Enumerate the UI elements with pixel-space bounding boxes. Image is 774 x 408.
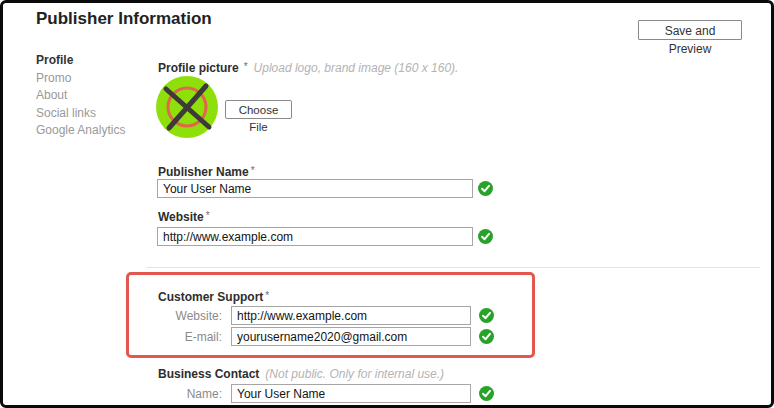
required-asterisk: * xyxy=(265,290,269,301)
profile-picture-label: Profile picture xyxy=(158,61,239,75)
website-label-row: Website* xyxy=(158,207,210,225)
support-website-label: Website: xyxy=(158,309,222,323)
valid-check-icon xyxy=(478,181,493,196)
required-asterisk: * xyxy=(244,61,248,72)
section-divider xyxy=(146,267,760,268)
no-image-crossed-out-icon xyxy=(156,76,218,138)
profile-picture-hint: Upload logo, brand image (160 x 160). xyxy=(254,61,459,75)
business-contact-hint: (Not public. Only for internal use.) xyxy=(265,367,444,381)
valid-check-icon xyxy=(479,308,494,323)
support-website-input[interactable] xyxy=(231,306,471,325)
valid-check-icon xyxy=(478,229,493,244)
website-label: Website xyxy=(158,210,204,224)
required-asterisk: * xyxy=(251,165,255,176)
valid-check-icon xyxy=(479,386,494,401)
publisher-name-label: Publisher Name xyxy=(158,165,249,179)
customer-support-title-row: Customer Support* xyxy=(158,287,269,305)
page-title: Publisher Information xyxy=(36,9,212,29)
valid-check-icon xyxy=(479,329,494,344)
save-and-preview-button[interactable]: Save and Preview xyxy=(638,20,742,40)
business-name-input[interactable] xyxy=(231,384,471,403)
sidebar-item-about[interactable]: About xyxy=(36,87,125,105)
business-contact-title-row: Business Contact(Not public. Only for in… xyxy=(158,364,444,382)
sidebar-item-social-links[interactable]: Social links xyxy=(36,105,125,123)
sidebar-item-google-analytics[interactable]: Google Analytics xyxy=(36,122,125,140)
publisher-name-label-row: Publisher Name* xyxy=(158,162,255,180)
required-asterisk: * xyxy=(206,210,210,221)
choose-file-button[interactable]: Choose File xyxy=(225,100,292,119)
business-name-label: Name: xyxy=(158,387,222,401)
support-email-input[interactable] xyxy=(231,327,471,346)
sidebar-nav: Profile Promo About Social links Google … xyxy=(36,52,125,140)
customer-support-title: Customer Support xyxy=(158,290,263,304)
publisher-information-page: Publisher Information Save and Preview P… xyxy=(0,0,774,408)
profile-picture-label-row: Profile picture*Upload logo, brand image… xyxy=(158,58,458,76)
website-input[interactable] xyxy=(157,227,473,246)
publisher-name-input[interactable] xyxy=(157,179,473,198)
sidebar-item-profile[interactable]: Profile xyxy=(36,52,125,70)
business-contact-title: Business Contact xyxy=(158,367,259,381)
support-email-label: E-mail: xyxy=(158,330,222,344)
sidebar-item-promo[interactable]: Promo xyxy=(36,70,125,88)
